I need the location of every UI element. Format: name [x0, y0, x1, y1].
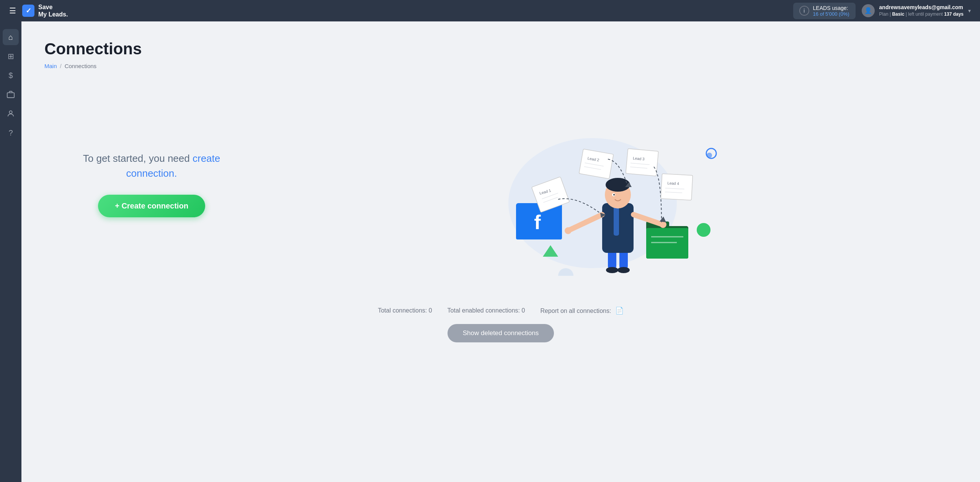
- svg-text:f: f: [534, 211, 541, 233]
- create-btn-label: + Create connection: [115, 202, 188, 210]
- sidebar-item-services[interactable]: [3, 86, 19, 103]
- logo-line2: My Leads.: [38, 11, 68, 18]
- menu-icon[interactable]: ☰: [9, 6, 16, 15]
- sidebar: ⌂ ⊞ $ ?: [0, 21, 21, 482]
- topbar-right: i LEADS usage: 16 of 5'000 (0%) 👤 andrew…: [793, 3, 971, 19]
- report-icon: 📄: [615, 307, 624, 314]
- sidebar-item-connections[interactable]: ⊞: [3, 48, 19, 64]
- breadcrumb-current: Connections: [65, 63, 96, 69]
- sidebar-item-billing[interactable]: $: [3, 67, 19, 83]
- svg-point-6: [707, 153, 712, 158]
- main-content: Connections Main / Connections To get st…: [21, 21, 980, 482]
- usage-count: 16 of 5'000 (0%): [813, 11, 849, 17]
- svg-point-19: [617, 267, 630, 273]
- svg-point-7: [558, 268, 573, 276]
- create-connection-button[interactable]: + Create connection: [98, 195, 205, 217]
- report-label: Report on all connections: 📄: [540, 306, 623, 315]
- content-area: To get started, you need create connecti…: [44, 85, 957, 283]
- usage-label: LEADS usage:: [813, 5, 849, 11]
- info-icon: i: [799, 6, 809, 16]
- plan-days: 137 days: [944, 11, 964, 17]
- svg-point-1: [9, 111, 12, 114]
- plan-prefix: Plan |: [879, 11, 891, 17]
- svg-rect-13: [646, 228, 688, 259]
- breadcrumb-main-link[interactable]: Main: [44, 63, 57, 69]
- left-section: To get started, you need create connecti…: [44, 151, 243, 217]
- footer-stats: Total connections: 0 Total enabled conne…: [44, 306, 957, 315]
- svg-rect-45: [661, 174, 693, 200]
- svg-point-27: [606, 178, 630, 192]
- svg-point-4: [697, 223, 710, 237]
- topbar: ☰ ✓ Save My Leads. i LEADS usage: 16 of …: [0, 0, 980, 21]
- logo-checkmark: ✓: [26, 7, 31, 15]
- total-connections-label: Total connections: 0: [378, 307, 432, 314]
- svg-point-29: [613, 194, 615, 195]
- sidebar-item-profile[interactable]: [3, 106, 19, 122]
- total-connections-value: 0: [429, 307, 432, 314]
- svg-rect-0: [7, 93, 14, 98]
- cta-text: To get started, you need create connecti…: [60, 151, 243, 181]
- plan-name: Basic: [892, 11, 904, 17]
- user-email: andrewsavemyleads@gmail.com: [879, 4, 964, 11]
- logo-line1: Save: [38, 3, 68, 11]
- breadcrumb-separator: /: [60, 63, 62, 69]
- breadcrumb: Main / Connections: [44, 63, 957, 69]
- topbar-left: ☰ ✓ Save My Leads.: [9, 3, 68, 18]
- plan-suffix: | left until payment: [906, 11, 943, 17]
- sidebar-item-home[interactable]: ⌂: [3, 29, 19, 45]
- user-avatar: 👤: [862, 4, 875, 17]
- usage-info: LEADS usage: 16 of 5'000 (0%): [813, 5, 849, 17]
- logo-icon: ✓: [22, 5, 34, 17]
- svg-rect-35: [579, 149, 614, 179]
- usage-badge: i LEADS usage: 16 of 5'000 (0%): [793, 3, 856, 19]
- hero-illustration: f: [466, 92, 734, 276]
- sidebar-item-help[interactable]: ?: [3, 125, 19, 141]
- chevron-down-icon[interactable]: ▾: [968, 8, 971, 14]
- show-deleted-button[interactable]: Show deleted connections: [448, 324, 554, 342]
- illustration: f: [243, 88, 957, 280]
- logo-text: Save My Leads.: [38, 3, 68, 18]
- page-title: Connections: [44, 40, 957, 58]
- svg-point-18: [606, 267, 618, 273]
- svg-rect-40: [626, 148, 658, 176]
- total-enabled-label: Total enabled connections: 0: [448, 307, 525, 314]
- user-details: andrewsavemyleads@gmail.com Plan | Basic…: [879, 4, 964, 18]
- svg-text:Lead 4: Lead 4: [667, 181, 679, 186]
- total-enabled-value: 0: [522, 307, 525, 314]
- cta-prefix: To get started, you need: [83, 153, 193, 164]
- svg-rect-21: [614, 205, 619, 236]
- logo: ✓ Save My Leads.: [22, 3, 68, 18]
- user-plan: Plan | Basic | left until payment 137 da…: [879, 11, 964, 18]
- svg-point-23: [565, 227, 572, 234]
- user-info: 👤 andrewsavemyleads@gmail.com Plan | Bas…: [862, 4, 971, 18]
